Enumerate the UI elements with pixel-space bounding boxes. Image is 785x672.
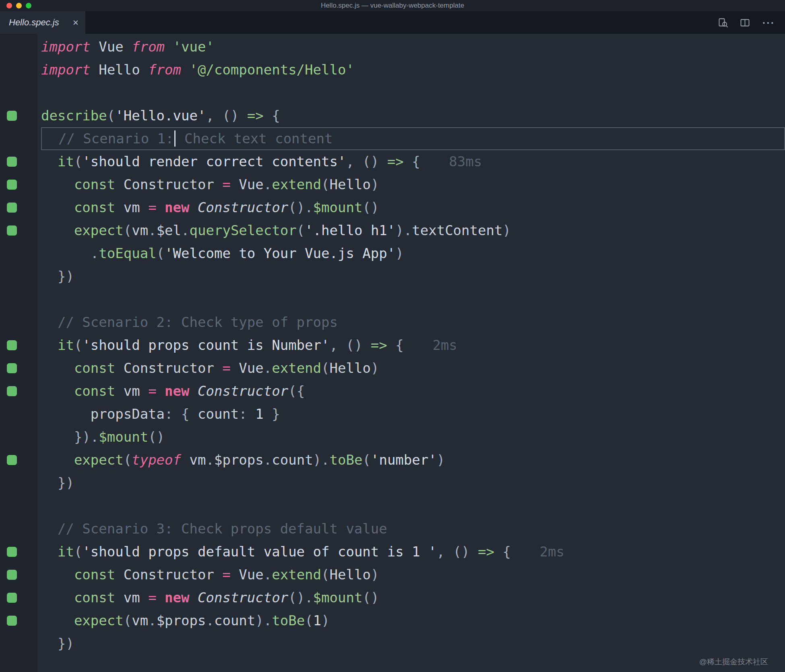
gutter-cell: [0, 196, 37, 219]
code-line[interactable]: const vm = new Constructor().$mount(): [0, 586, 785, 609]
code-line[interactable]: expect(vm.$props.count).toBe(1): [0, 609, 785, 632]
code-line[interactable]: propsData: { count: 1 }: [0, 403, 785, 426]
gutter-cell: [0, 449, 37, 471]
gutter-cell: [0, 104, 37, 127]
code-line[interactable]: }): [0, 471, 785, 494]
minimize-window-button[interactable]: [16, 3, 22, 8]
code-line-content: expect(vm.$props.count).toBe(1): [37, 609, 785, 632]
code-line[interactable]: }): [0, 265, 785, 288]
gutter-cell: [0, 357, 37, 380]
code-line-content: propsData: { count: 1 }: [37, 403, 785, 426]
code-line-content: [37, 288, 785, 311]
coverage-square-icon[interactable]: [7, 593, 17, 603]
code-line-content: it('should props default value of count …: [37, 540, 785, 563]
code-line[interactable]: expect(typeof vm.$props.count).toBe('num…: [0, 449, 785, 471]
code-line[interactable]: const Constructor = Vue.extend(Hello): [0, 357, 785, 380]
close-window-button[interactable]: [6, 3, 12, 8]
coverage-square-icon[interactable]: [7, 455, 17, 465]
code-line-content: }): [37, 265, 785, 288]
code-line-content: [37, 494, 785, 517]
coverage-square-icon[interactable]: [7, 225, 17, 236]
code-line-content: }): [37, 471, 785, 494]
code-line[interactable]: expect(vm.$el.querySelector('.hello h1')…: [0, 219, 785, 242]
tab-bar: Hello.spec.js ✕ ⋯: [0, 11, 785, 34]
editor-actions: ⋯: [717, 11, 785, 34]
code-line[interactable]: it('should render correct contents', () …: [0, 150, 785, 173]
gutter-cell: [0, 586, 37, 609]
tab-hello-spec-js[interactable]: Hello.spec.js ✕: [0, 11, 85, 34]
code-line-content: const Constructor = Vue.extend(Hello): [37, 173, 785, 196]
code-line-content: const vm = new Constructor().$mount(): [37, 196, 785, 219]
code-line[interactable]: // Scenario 2: Check type of props: [0, 311, 785, 334]
coverage-square-icon[interactable]: [7, 340, 17, 350]
gutter-cell: [0, 288, 37, 311]
code-line[interactable]: }): [0, 632, 785, 655]
coverage-square-icon[interactable]: [7, 111, 17, 121]
code-line-content: // Scenario 2: Check type of props: [37, 311, 785, 334]
code-line[interactable]: import Hello from '@/components/Hello': [0, 58, 785, 81]
code-line-content: const vm = new Constructor({: [37, 380, 785, 403]
coverage-square-icon[interactable]: [7, 386, 17, 396]
editor-window: Hello.spec.js — vue-wallaby-webpack-temp…: [0, 0, 785, 672]
code-line[interactable]: const Constructor = Vue.extend(Hello): [0, 563, 785, 586]
gutter-cell: [0, 471, 37, 494]
gutter-cell: [0, 563, 37, 586]
coverage-square-icon[interactable]: [7, 180, 17, 190]
code-editor[interactable]: import Vue from 'vue'import Hello from '…: [0, 34, 785, 672]
zoom-window-button[interactable]: [26, 3, 31, 8]
coverage-square-icon[interactable]: [7, 363, 17, 373]
watermark: @稀土掘金技术社区: [699, 657, 768, 667]
gutter-cell: [0, 150, 37, 173]
gutter-cell: [0, 540, 37, 563]
code-line[interactable]: .toEqual('Welcome to Your Vue.js App'): [0, 242, 785, 265]
code-line-selected[interactable]: // Scenario 1: Check text content: [0, 127, 785, 150]
open-preview-icon[interactable]: [717, 17, 728, 28]
code-line[interactable]: it('should props count is Number', () =>…: [0, 334, 785, 357]
gutter-cell: [0, 311, 37, 334]
coverage-square-icon[interactable]: [7, 547, 17, 557]
code-line[interactable]: [0, 288, 785, 311]
gutter-cell: [0, 494, 37, 517]
gutter-cell: [0, 81, 37, 104]
code-line[interactable]: it('should props default value of count …: [0, 540, 785, 563]
more-actions-icon[interactable]: ⋯: [762, 16, 775, 29]
coverage-square-icon[interactable]: [7, 570, 17, 580]
gutter-cell: [0, 35, 37, 58]
code-line-content: const vm = new Constructor().$mount(): [37, 586, 785, 609]
code-line[interactable]: describe('Hello.vue', () => {: [0, 104, 785, 127]
code-line-content: expect(vm.$el.querySelector('.hello h1')…: [37, 219, 785, 242]
code-line[interactable]: }).$mount(): [0, 426, 785, 449]
code-line-content: import Hello from '@/components/Hello': [37, 58, 785, 81]
coverage-square-icon[interactable]: [7, 157, 17, 167]
code-line-content: const Constructor = Vue.extend(Hello): [37, 563, 785, 586]
gutter-cell: [0, 426, 37, 449]
gutter-cell: [0, 334, 37, 357]
test-duration-annotation: 2ms: [432, 337, 457, 353]
gutter-cell: [0, 380, 37, 403]
tab-close-icon[interactable]: ✕: [72, 18, 79, 27]
split-editor-icon[interactable]: [740, 17, 750, 28]
window-titlebar[interactable]: Hello.spec.js — vue-wallaby-webpack-temp…: [0, 0, 785, 11]
text-cursor: [174, 130, 176, 147]
code-line[interactable]: // Scenario 3: Check props default value: [0, 517, 785, 540]
code-line[interactable]: const vm = new Constructor().$mount(): [0, 196, 785, 219]
code-line-content: expect(typeof vm.$props.count).toBe('num…: [37, 449, 785, 471]
code-line[interactable]: const Constructor = Vue.extend(Hello): [0, 173, 785, 196]
code-line[interactable]: [0, 494, 785, 517]
coverage-square-icon[interactable]: [7, 616, 17, 626]
code-line[interactable]: [0, 81, 785, 104]
test-duration-annotation: 2ms: [540, 544, 564, 560]
code-line-content: }).$mount(): [37, 426, 785, 449]
code-line[interactable]: const vm = new Constructor({: [0, 380, 785, 403]
test-duration-annotation: 83ms: [449, 153, 482, 170]
gutter-cell: [0, 219, 37, 242]
coverage-square-icon[interactable]: [7, 203, 17, 213]
code-area[interactable]: import Vue from 'vue'import Hello from '…: [0, 34, 785, 655]
gutter-cell: [0, 403, 37, 426]
code-line-content: }): [37, 632, 785, 655]
code-line-content: it('should render correct contents', () …: [37, 150, 785, 173]
code-line[interactable]: import Vue from 'vue': [0, 35, 785, 58]
window-title: Hello.spec.js — vue-wallaby-webpack-temp…: [0, 2, 785, 10]
gutter-cell: [0, 173, 37, 196]
gutter-cell: [0, 265, 37, 288]
